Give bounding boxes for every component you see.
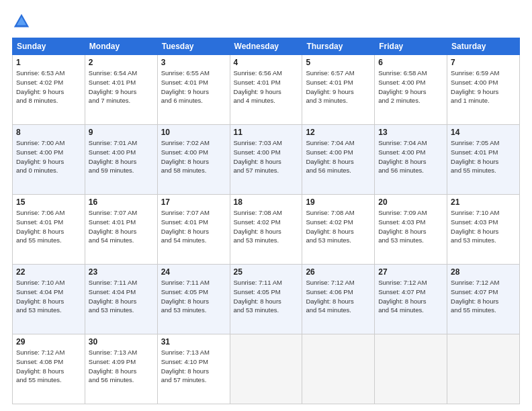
day-info: Sunrise: 7:08 AMSunset: 4:02 PMDaylight:…: [234, 208, 299, 245]
calendar-cell: 18Sunrise: 7:08 AMSunset: 4:02 PMDayligh…: [230, 195, 302, 265]
calendar-cell: 26Sunrise: 7:12 AMSunset: 4:06 PMDayligh…: [302, 265, 375, 334]
day-info: Sunrise: 7:11 AMSunset: 4:04 PMDaylight:…: [89, 278, 154, 315]
day-info: Sunrise: 7:13 AMSunset: 4:09 PMDaylight:…: [89, 348, 154, 385]
day-number: 9: [89, 128, 154, 137]
calendar-cell: 16Sunrise: 7:07 AMSunset: 4:01 PMDayligh…: [85, 195, 157, 265]
calendar-cell: 30Sunrise: 7:13 AMSunset: 4:09 PMDayligh…: [85, 334, 157, 404]
day-number: 11: [234, 128, 299, 137]
calendar-cell: 14Sunrise: 7:05 AMSunset: 4:01 PMDayligh…: [447, 125, 520, 195]
day-number: 23: [89, 267, 154, 277]
calendar-cell: [302, 334, 375, 404]
day-info: Sunrise: 6:53 AMSunset: 4:02 PMDaylight:…: [16, 68, 81, 105]
calendar-table: SundayMondayTuesdayWednesdayThursdayFrid…: [12, 38, 520, 404]
day-number: 27: [378, 267, 443, 277]
week-row-1: 1Sunrise: 6:53 AMSunset: 4:02 PMDaylight…: [13, 55, 520, 125]
calendar-cell: [375, 334, 447, 404]
calendar-cell: 25Sunrise: 7:11 AMSunset: 4:05 PMDayligh…: [230, 265, 302, 334]
day-number: 20: [378, 197, 443, 207]
day-number: 4: [234, 58, 299, 67]
day-info: Sunrise: 7:09 AMSunset: 4:03 PMDaylight:…: [378, 208, 443, 245]
logo-icon: [12, 12, 31, 31]
day-info: Sunrise: 7:03 AMSunset: 4:00 PMDaylight:…: [234, 138, 299, 175]
calendar-cell: 20Sunrise: 7:09 AMSunset: 4:03 PMDayligh…: [375, 195, 447, 265]
calendar-cell: 13Sunrise: 7:04 AMSunset: 4:00 PMDayligh…: [375, 125, 447, 195]
calendar-cell: [230, 334, 302, 404]
day-number: 31: [161, 337, 226, 347]
weekday-friday: Friday: [375, 38, 447, 55]
calendar-cell: [447, 334, 520, 404]
day-info: Sunrise: 7:06 AMSunset: 4:01 PMDaylight:…: [16, 208, 81, 245]
calendar-cell: 27Sunrise: 7:12 AMSunset: 4:07 PMDayligh…: [375, 265, 447, 334]
day-info: Sunrise: 6:55 AMSunset: 4:01 PMDaylight:…: [161, 68, 226, 105]
day-info: Sunrise: 7:11 AMSunset: 4:05 PMDaylight:…: [234, 278, 299, 315]
weekday-thursday: Thursday: [302, 38, 375, 55]
page: SundayMondayTuesdayWednesdayThursdayFrid…: [0, 0, 532, 411]
calendar-cell: 22Sunrise: 7:10 AMSunset: 4:04 PMDayligh…: [13, 265, 85, 334]
day-number: 7: [451, 58, 516, 67]
weekday-tuesday: Tuesday: [157, 38, 230, 55]
logo: [12, 12, 34, 31]
day-number: 16: [89, 197, 154, 207]
day-info: Sunrise: 7:12 AMSunset: 4:08 PMDaylight:…: [16, 348, 81, 385]
day-info: Sunrise: 6:54 AMSunset: 4:01 PMDaylight:…: [89, 68, 154, 105]
weekday-wednesday: Wednesday: [230, 38, 302, 55]
calendar-cell: 4Sunrise: 6:56 AMSunset: 4:01 PMDaylight…: [230, 55, 302, 125]
calendar-cell: 31Sunrise: 7:13 AMSunset: 4:10 PMDayligh…: [157, 334, 230, 404]
day-info: Sunrise: 7:05 AMSunset: 4:01 PMDaylight:…: [451, 138, 516, 175]
day-number: 28: [451, 267, 516, 277]
calendar-cell: 17Sunrise: 7:07 AMSunset: 4:01 PMDayligh…: [157, 195, 230, 265]
day-info: Sunrise: 7:04 AMSunset: 4:00 PMDaylight:…: [378, 138, 443, 175]
day-info: Sunrise: 6:57 AMSunset: 4:01 PMDaylight:…: [306, 68, 371, 105]
day-info: Sunrise: 7:11 AMSunset: 4:05 PMDaylight:…: [161, 278, 226, 315]
week-row-5: 29Sunrise: 7:12 AMSunset: 4:08 PMDayligh…: [13, 334, 520, 404]
day-number: 25: [234, 267, 299, 277]
calendar-cell: 24Sunrise: 7:11 AMSunset: 4:05 PMDayligh…: [157, 265, 230, 334]
calendar-cell: 10Sunrise: 7:02 AMSunset: 4:00 PMDayligh…: [157, 125, 230, 195]
day-info: Sunrise: 6:56 AMSunset: 4:01 PMDaylight:…: [234, 68, 299, 105]
day-info: Sunrise: 7:00 AMSunset: 4:00 PMDaylight:…: [16, 138, 81, 175]
weekday-sunday: Sunday: [13, 38, 85, 55]
day-number: 18: [234, 197, 299, 207]
day-number: 5: [306, 58, 371, 67]
day-info: Sunrise: 7:12 AMSunset: 4:06 PMDaylight:…: [306, 278, 371, 315]
day-info: Sunrise: 7:01 AMSunset: 4:00 PMDaylight:…: [89, 138, 154, 175]
day-number: 6: [378, 58, 443, 67]
day-number: 22: [16, 267, 81, 277]
day-number: 24: [161, 267, 226, 277]
calendar-cell: 1Sunrise: 6:53 AMSunset: 4:02 PMDaylight…: [13, 55, 85, 125]
weekday-saturday: Saturday: [447, 38, 520, 55]
calendar-cell: 28Sunrise: 7:12 AMSunset: 4:07 PMDayligh…: [447, 265, 520, 334]
calendar-cell: 15Sunrise: 7:06 AMSunset: 4:01 PMDayligh…: [13, 195, 85, 265]
day-number: 1: [16, 58, 81, 67]
day-info: Sunrise: 7:13 AMSunset: 4:10 PMDaylight:…: [161, 348, 226, 385]
calendar-cell: 29Sunrise: 7:12 AMSunset: 4:08 PMDayligh…: [13, 334, 85, 404]
week-row-2: 8Sunrise: 7:00 AMSunset: 4:00 PMDaylight…: [13, 125, 520, 195]
day-info: Sunrise: 7:04 AMSunset: 4:00 PMDaylight:…: [306, 138, 371, 175]
day-info: Sunrise: 7:02 AMSunset: 4:00 PMDaylight:…: [161, 138, 226, 175]
day-number: 30: [89, 337, 154, 347]
calendar-cell: 21Sunrise: 7:10 AMSunset: 4:03 PMDayligh…: [447, 195, 520, 265]
day-number: 19: [306, 197, 371, 207]
day-info: Sunrise: 7:10 AMSunset: 4:04 PMDaylight:…: [16, 278, 81, 315]
day-number: 17: [161, 197, 226, 207]
day-info: Sunrise: 7:08 AMSunset: 4:02 PMDaylight:…: [306, 208, 371, 245]
calendar-cell: 3Sunrise: 6:55 AMSunset: 4:01 PMDaylight…: [157, 55, 230, 125]
day-number: 29: [16, 337, 81, 347]
weekday-monday: Monday: [85, 38, 157, 55]
day-info: Sunrise: 7:07 AMSunset: 4:01 PMDaylight:…: [89, 208, 154, 245]
day-info: Sunrise: 7:10 AMSunset: 4:03 PMDaylight:…: [451, 208, 516, 245]
day-info: Sunrise: 6:58 AMSunset: 4:00 PMDaylight:…: [378, 68, 443, 105]
day-number: 3: [161, 58, 226, 67]
weekday-header-row: SundayMondayTuesdayWednesdayThursdayFrid…: [13, 38, 520, 55]
calendar-cell: 2Sunrise: 6:54 AMSunset: 4:01 PMDaylight…: [85, 55, 157, 125]
day-number: 26: [306, 267, 371, 277]
calendar-cell: 5Sunrise: 6:57 AMSunset: 4:01 PMDaylight…: [302, 55, 375, 125]
day-number: 8: [16, 128, 81, 137]
day-number: 13: [378, 128, 443, 137]
week-row-4: 22Sunrise: 7:10 AMSunset: 4:04 PMDayligh…: [13, 265, 520, 334]
day-number: 14: [451, 128, 516, 137]
calendar-cell: 23Sunrise: 7:11 AMSunset: 4:04 PMDayligh…: [85, 265, 157, 334]
week-row-3: 15Sunrise: 7:06 AMSunset: 4:01 PMDayligh…: [13, 195, 520, 265]
calendar-cell: 19Sunrise: 7:08 AMSunset: 4:02 PMDayligh…: [302, 195, 375, 265]
header: [12, 12, 520, 31]
